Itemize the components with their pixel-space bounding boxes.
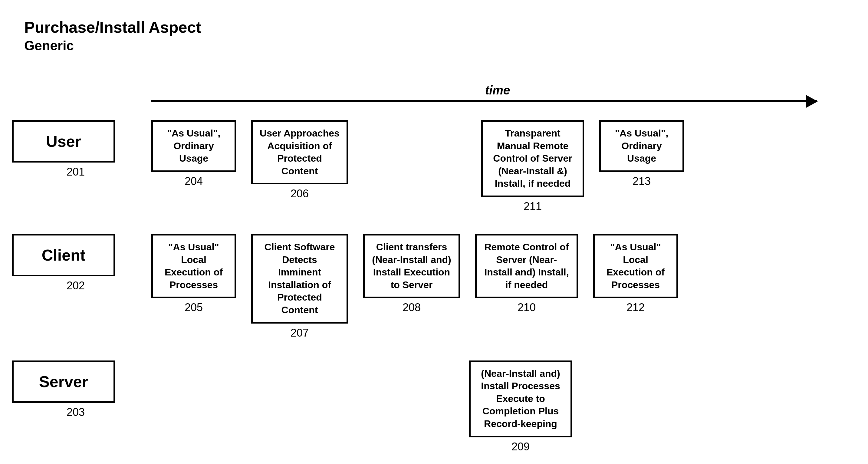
user-step-213-text: "As Usual", Ordinary Usage: [615, 128, 668, 164]
client-step-212-box: "As Usual" Local Execution of Processes: [593, 234, 678, 298]
client-step-205-box: "As Usual" Local Execution of Processes: [151, 234, 236, 298]
time-arrow-container: time: [151, 84, 844, 102]
user-step-206-text: User Approaches Acquisition of Protected…: [260, 128, 340, 177]
server-step-209-number: 209: [512, 440, 530, 453]
user-actor-col: User 201: [24, 120, 127, 178]
time-arrow-line: [151, 100, 817, 102]
client-step-212-number: 212: [626, 301, 645, 314]
user-step-206-number: 206: [290, 187, 309, 200]
server-actor-number: 203: [67, 406, 85, 419]
user-step-206-col: User Approaches Acquisition of Protected…: [251, 120, 348, 200]
user-step-204-text: "As Usual", Ordinary Usage: [167, 128, 220, 164]
client-step-210-col: Remote Control of Server (Near-Install a…: [475, 234, 578, 314]
page-wrapper: Purchase/Install Aspect Generic time Use…: [24, 18, 844, 453]
user-step-211-number: 211: [524, 200, 542, 213]
client-step-205-text: "As Usual" Local Execution of Processes: [165, 242, 223, 290]
user-actor-number: 201: [67, 165, 85, 178]
user-step-204-number: 204: [185, 175, 203, 188]
server-step-209-col: (Near-Install and) Install Processes Exe…: [469, 361, 572, 453]
server-step-209-box: (Near-Install and) Install Processes Exe…: [469, 361, 572, 437]
diagram: time User 201 "As Usual", Ordinary Usage…: [24, 84, 844, 453]
server-actor-box: Server: [12, 361, 115, 403]
user-actor-label: User: [46, 132, 81, 150]
client-step-208-text: Client transfers (Near-Install and) Inst…: [372, 242, 451, 290]
client-step-207-box: Client Software Detects Imminent Install…: [251, 234, 348, 323]
server-actor-col: Server 203: [24, 361, 127, 419]
client-step-207-col: Client Software Detects Imminent Install…: [251, 234, 348, 339]
client-step-205-number: 205: [185, 301, 203, 314]
client-step-205-col: "As Usual" Local Execution of Processes …: [151, 234, 236, 314]
client-step-207-text: Client Software Detects Imminent Install…: [265, 242, 335, 315]
user-step-211-col: Transparent Manual Remote Control of Ser…: [481, 120, 584, 213]
time-label: time: [485, 84, 510, 97]
client-step-212-text: "As Usual" Local Execution of Processes: [607, 242, 664, 290]
client-step-208-box: Client transfers (Near-Install and) Inst…: [363, 234, 460, 298]
client-step-210-box: Remote Control of Server (Near-Install a…: [475, 234, 578, 298]
client-step-210-text: Remote Control of Server (Near-Install a…: [484, 242, 569, 290]
server-step-209-text: (Near-Install and) Install Processes Exe…: [481, 368, 560, 429]
client-step-208-number: 208: [403, 301, 421, 314]
server-actor-label: Server: [39, 373, 88, 391]
server-steps-row: (Near-Install and) Install Processes Exe…: [151, 361, 844, 453]
client-actor-col: Client 202: [24, 234, 127, 292]
user-step-206-box: User Approaches Acquisition of Protected…: [251, 120, 348, 184]
user-step-213-box: "As Usual", Ordinary Usage: [599, 120, 684, 172]
client-step-207-number: 207: [290, 327, 309, 339]
client-step-208-col: Client transfers (Near-Install and) Inst…: [363, 234, 460, 314]
user-step-204-box: "As Usual", Ordinary Usage: [151, 120, 236, 172]
user-step-211-text: Transparent Manual Remote Control of Ser…: [493, 128, 572, 189]
user-steps-row: "As Usual", Ordinary Usage 204 User Appr…: [151, 120, 844, 213]
client-actor-box: Client: [12, 234, 115, 276]
user-step-213-number: 213: [632, 175, 651, 188]
user-step-213-col: "As Usual", Ordinary Usage 213: [599, 120, 684, 188]
client-steps-row: "As Usual" Local Execution of Processes …: [151, 234, 844, 339]
client-actor-label: Client: [42, 246, 85, 264]
page-subtitle: Generic: [24, 38, 844, 53]
client-step-212-col: "As Usual" Local Execution of Processes …: [593, 234, 678, 314]
user-row: User 201 "As Usual", Ordinary Usage 204: [24, 120, 844, 213]
client-actor-number: 202: [67, 279, 85, 292]
client-row: Client 202 "As Usual" Local Execution of…: [24, 234, 844, 339]
user-step-204-col: "As Usual", Ordinary Usage 204: [151, 120, 236, 188]
server-row: Server 203 (Near-Install and) Install Pr…: [24, 361, 844, 453]
user-actor-box: User: [12, 120, 115, 162]
user-step-211-box: Transparent Manual Remote Control of Ser…: [481, 120, 584, 197]
client-step-210-number: 210: [518, 301, 536, 314]
page-title: Purchase/Install Aspect: [24, 18, 844, 36]
